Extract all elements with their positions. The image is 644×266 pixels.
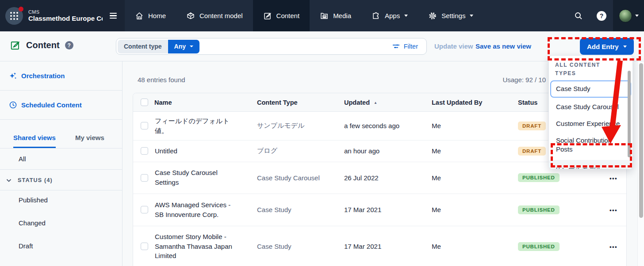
filter-button[interactable]: Filter [385,43,425,50]
add-entry-label: Add Entry [587,43,619,50]
content-page-icon [10,40,21,51]
nav-item-label: Content model [199,12,243,19]
status-badge: PUBLISHED [518,173,560,182]
row-checkbox[interactable] [141,243,148,250]
dropdown-item[interactable]: Case Study [550,80,631,97]
content-icon [263,11,272,20]
clock-icon [9,101,17,109]
page-body: Orchestration Scheduled Content Shared v… [0,61,644,266]
row-actions-button[interactable]: ••• [610,207,617,213]
filter-bar: Content type Any Filter [116,38,427,55]
filter-value-text: Any [174,43,186,50]
entry-name[interactable]: Case Study Carousel Settings [154,163,257,192]
page-scrollbar-thumb[interactable] [639,63,643,218]
page-help-icon[interactable]: ? [65,41,73,49]
status-badge: PUBLISHED [518,205,560,214]
sort-asc-icon: ▲ [374,101,377,105]
table-row[interactable]: Customer Story Mobile - Samantha Thavasa… [133,226,626,266]
save-as-new-view-link[interactable]: Save as new view [475,42,531,50]
dropdown-items: Case Study Case Study Carousel Customer … [549,80,632,169]
column-header-content-type[interactable]: Content Type [257,99,344,106]
chevron-down-icon [5,177,12,184]
sidebar-view-all[interactable]: All [0,148,122,169]
status-badge: PUBLISHED [518,242,560,251]
dropdown-item[interactable]: Customer Experience [550,115,631,132]
nav-item-content-model[interactable]: Content model [176,0,253,31]
account-menu[interactable] [613,0,644,31]
chevron-down-icon [470,15,473,17]
row-actions-button[interactable]: ••• [610,243,617,250]
entry-updated: an hour ago [344,147,432,155]
menu-icon[interactable] [108,11,119,20]
entry-name[interactable]: フィールドのデフォルト値。 [154,112,257,140]
entry-last-updated-by: Me [432,147,518,155]
row-checkbox[interactable] [141,147,148,155]
nav-item-settings[interactable]: Settings [418,0,483,31]
nav-item-label: Media [333,12,351,19]
column-header-name[interactable]: Name [154,99,257,106]
nav-item-label: Apps [385,12,400,19]
entry-content-type: サンプルモデル [257,122,344,130]
home-icon [135,11,144,20]
sidebar-status-view[interactable]: Draft [0,236,122,255]
status-views-list: Published Changed Draft Archived [0,190,122,266]
chevron-down-icon [623,46,627,48]
row-actions-button[interactable]: ••• [610,175,617,182]
dropdown-item[interactable]: Case Study Carousel [550,99,631,115]
search-button[interactable] [567,0,590,31]
nav-item-media[interactable]: Media [310,0,361,31]
nav-item-apps[interactable]: Apps [361,0,418,31]
nav-item-content[interactable]: Content [253,0,310,31]
tab-shared-views[interactable]: Shared views [13,134,56,148]
entry-last-updated-by: Me [432,174,518,182]
entry-name[interactable]: Untitled [154,142,257,160]
sidebar-status-view[interactable]: Archived [0,259,122,266]
add-entry-button[interactable]: Add Entry [580,38,634,55]
tab-my-views[interactable]: My views [75,134,104,148]
table-row[interactable]: AWS Managed Services - SB Innoventure Co… [133,194,626,226]
sparkles-icon [9,72,17,80]
org-info: CMS Classmethod Europe Cor... [28,9,103,22]
entry-updated: a few seconds ago [344,122,432,129]
entry-name[interactable]: Customer Story Mobile - Samantha Thavasa… [154,228,257,265]
content-model-icon [186,11,195,20]
filter-label: Filter [404,43,418,50]
nav-item-home[interactable]: Home [125,0,176,31]
sidebar-item-orchestration[interactable]: Orchestration [0,61,122,90]
filter-key-pill[interactable]: Content type [118,40,168,53]
sidebar-status-view[interactable]: Changed [0,213,122,232]
column-header-updated[interactable]: Updated▲ [344,99,432,106]
usage-indicator: Usage: 92 / 10 [502,76,546,84]
dropdown-scrollbar[interactable] [628,71,631,157]
chevron-down-icon [404,15,408,17]
sidebar-item-scheduled-content[interactable]: Scheduled Content [0,91,122,119]
dropdown-item[interactable]: サンプルモデル [549,160,632,169]
filter-value-pill[interactable]: Any [168,40,199,53]
page-scrollbar-track[interactable] [637,61,644,266]
media-icon [320,11,329,20]
entry-name[interactable]: AWS Managed Services - SB Innoventure Co… [154,196,257,224]
column-header-updated-label: Updated [344,99,370,106]
entry-content-type: ブログ [257,147,344,155]
update-view-link[interactable]: Update view [434,42,473,50]
nav-items: Home Content model Content Media Apps Se… [125,0,483,31]
sidebar-status-view[interactable]: Published [0,190,122,209]
org-name: Classmethod Europe Cor... [28,15,103,22]
settings-icon [428,11,437,20]
status-badge: DRAFT [518,147,546,156]
apps-icon [372,11,380,20]
row-checkbox[interactable] [141,174,148,182]
entry-last-updated-by: Me [432,122,518,129]
app-switcher-button[interactable] [5,7,23,25]
row-checkbox[interactable] [141,206,148,213]
row-checkbox[interactable] [141,122,148,129]
entry-last-updated-by: Me [432,243,518,250]
select-all-checkbox[interactable] [141,99,148,106]
column-header-last-updated-by[interactable]: Last Updated By [432,99,518,106]
dropdown-item[interactable]: Social Contribution Posts [550,132,631,158]
nav-item-label: Settings [441,12,465,19]
app-label: CMS [28,9,103,15]
views-tabs: Shared views My views [0,120,122,148]
help-button[interactable]: ? [590,0,613,31]
status-group-header[interactable]: STATUS (4) [0,170,122,190]
